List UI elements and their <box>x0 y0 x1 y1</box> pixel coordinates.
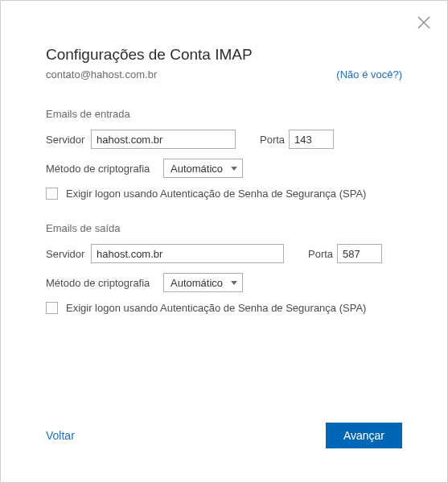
dialog-footer: Voltar Avançar <box>46 423 402 448</box>
incoming-spa-checkbox[interactable] <box>46 188 58 200</box>
account-email: contato@hahost.com.br <box>46 68 157 80</box>
outgoing-header: Emails de saída <box>46 222 402 234</box>
dialog-title: Configurações de Conta IMAP <box>46 46 402 64</box>
incoming-server-label: Servidor <box>46 134 91 146</box>
back-button[interactable]: Voltar <box>46 429 75 442</box>
outgoing-method-value: Automático <box>171 277 223 289</box>
incoming-spa-row: Exigir logon usando Autenticação de Senh… <box>46 188 402 200</box>
outgoing-spa-label: Exigir logon usando Autenticação de Senh… <box>66 302 366 314</box>
incoming-method-dropdown[interactable]: Automático <box>163 159 243 178</box>
next-button[interactable]: Avançar <box>326 423 402 448</box>
outgoing-method-label: Método de criptografia <box>46 277 163 289</box>
outgoing-method-dropdown[interactable]: Automático <box>163 273 243 292</box>
incoming-method-value: Automático <box>171 163 223 175</box>
outgoing-spa-row: Exigir logon usando Autenticação de Senh… <box>46 302 402 314</box>
dialog-subheader: contato@hahost.com.br (Não é você?) <box>46 68 402 80</box>
incoming-spa-label: Exigir logon usando Autenticação de Senh… <box>66 188 366 200</box>
outgoing-server-input[interactable] <box>91 244 284 263</box>
outgoing-server-label: Servidor <box>46 248 91 260</box>
incoming-server-input[interactable] <box>91 130 236 149</box>
chevron-down-icon <box>231 167 237 171</box>
incoming-method-label: Método de criptografia <box>46 163 163 175</box>
incoming-header: Emails de entrada <box>46 108 402 120</box>
outgoing-port-label: Porta <box>308 248 337 260</box>
close-icon[interactable] <box>417 15 431 30</box>
imap-settings-dialog: Configurações de Conta IMAP contato@haho… <box>0 0 448 483</box>
outgoing-method-row: Método de criptografia Automático <box>46 273 402 292</box>
incoming-server-row: Servidor Porta <box>46 130 402 149</box>
chevron-down-icon <box>231 281 237 285</box>
not-you-link[interactable]: (Não é você?) <box>336 68 402 80</box>
incoming-port-label: Porta <box>260 134 289 146</box>
outgoing-spa-checkbox[interactable] <box>46 302 58 314</box>
outgoing-server-row: Servidor Porta <box>46 244 402 263</box>
incoming-port-input[interactable] <box>289 130 334 149</box>
outgoing-port-input[interactable] <box>337 244 382 263</box>
incoming-method-row: Método de criptografia Automático <box>46 159 402 178</box>
